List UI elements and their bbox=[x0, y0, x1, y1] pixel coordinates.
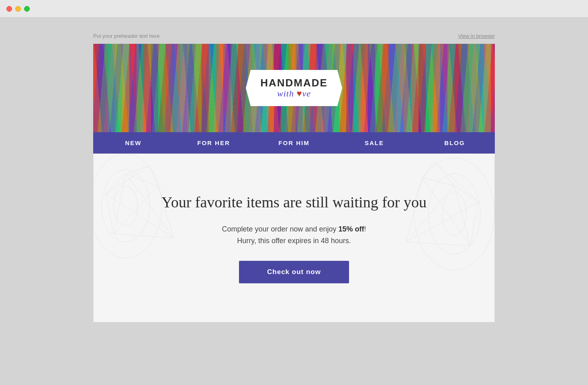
maximize-button[interactable] bbox=[24, 6, 30, 12]
svg-line-25 bbox=[422, 162, 434, 178]
preheader-bar: Put your preheader text here View in bro… bbox=[93, 30, 495, 44]
nav-item-new[interactable]: NEW bbox=[93, 132, 174, 154]
checkout-button[interactable]: Check out now bbox=[239, 261, 349, 283]
svg-line-1 bbox=[114, 174, 126, 234]
preheader-text: Put your preheader text here bbox=[93, 33, 160, 39]
titlebar bbox=[0, 0, 588, 18]
nav-item-sale[interactable]: SALE bbox=[334, 132, 414, 154]
traffic-lights bbox=[6, 6, 30, 12]
close-button[interactable] bbox=[6, 6, 12, 12]
svg-point-13 bbox=[102, 170, 150, 242]
email-container: HANDMADE with ♥ve NEW FOR HER FOR HIM SA… bbox=[93, 44, 495, 322]
minimize-button[interactable] bbox=[15, 6, 21, 12]
svg-line-26 bbox=[434, 162, 478, 202]
subtext-suffix: ! bbox=[364, 225, 366, 233]
svg-point-29 bbox=[414, 158, 494, 270]
logo-container: HANDMADE with ♥ve bbox=[246, 70, 342, 106]
nav-item-blog[interactable]: BLOG bbox=[414, 132, 495, 154]
view-in-browser-link[interactable]: View in browser bbox=[458, 33, 495, 39]
subtext: Complete your order now and enjoy 15% of… bbox=[222, 223, 366, 247]
svg-line-8 bbox=[114, 186, 158, 234]
headline: Your favorite items are still waiting fo… bbox=[161, 192, 427, 212]
logo-main-text: HANDMADE bbox=[259, 77, 329, 89]
svg-line-4 bbox=[126, 166, 150, 174]
nav-item-for-him[interactable]: FOR HIM bbox=[254, 132, 334, 154]
subtext-bold: 15% off bbox=[339, 225, 364, 233]
content-area: Put your preheader text here View in bro… bbox=[0, 18, 588, 385]
email-wrapper: Put your preheader text here View in bro… bbox=[93, 30, 495, 373]
main-content-section: Your favorite items are still waiting fo… bbox=[93, 154, 495, 322]
logo-heart-icon: ♥ bbox=[296, 88, 302, 98]
subtext-prefix: Complete your order now and enjoy bbox=[222, 225, 338, 233]
svg-point-27 bbox=[442, 192, 466, 236]
svg-point-14 bbox=[94, 154, 162, 258]
svg-line-19 bbox=[434, 162, 454, 186]
nav-item-for-her[interactable]: FOR HER bbox=[174, 132, 254, 154]
subtext-line2: Hurry, this offer expires in 48 hours. bbox=[237, 237, 351, 245]
logo-sub-text: with ♥ve bbox=[259, 88, 329, 99]
svg-line-5 bbox=[114, 234, 174, 238]
hero-banner: HANDMADE with ♥ve bbox=[93, 44, 495, 132]
svg-line-3 bbox=[106, 174, 126, 194]
nav-bar: NEW FOR HER FOR HIM SALE BLOG bbox=[93, 132, 495, 154]
svg-point-12 bbox=[114, 186, 138, 226]
svg-line-2 bbox=[126, 174, 158, 186]
